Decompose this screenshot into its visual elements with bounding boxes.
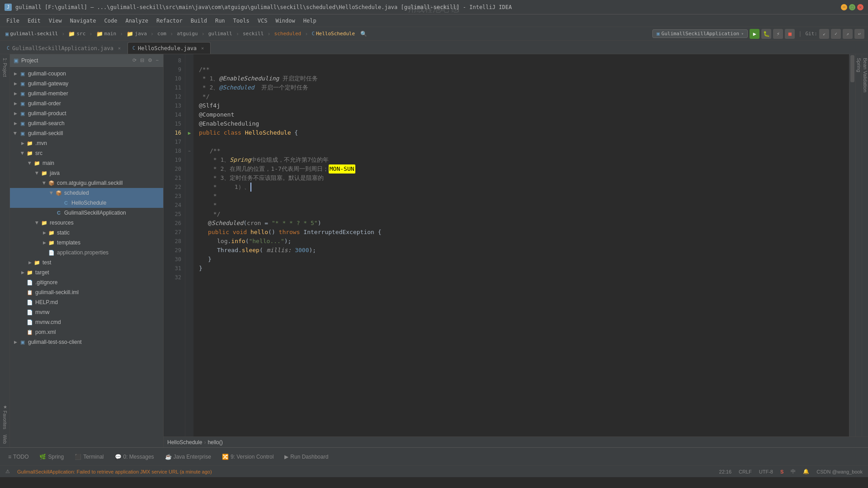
menu-vcs[interactable]: VCS (254, 16, 271, 25)
status-message[interactable]: GulimallSeckillApplication: Failed to re… (15, 468, 714, 475)
sidebar-favorites[interactable]: ★ Favorites (1, 403, 8, 431)
sidebar-web[interactable]: Web (1, 433, 8, 446)
menu-run[interactable]: Run (212, 16, 229, 25)
git-rollback-button[interactable]: ↩ (854, 29, 864, 39)
coverage-button[interactable]: ⚡ (773, 29, 783, 39)
nav-scheduled[interactable]: scheduled (273, 30, 303, 38)
debug-button[interactable]: 🐛 (761, 29, 771, 39)
tree-item-static[interactable]: ▶ 📁 static (10, 228, 163, 238)
tree-item-main[interactable]: ▶ 📁 main (10, 158, 163, 168)
bottom-tab-messages[interactable]: 💬 0: Messages (110, 452, 159, 462)
breadcrumb-method[interactable]: hello() (208, 439, 222, 446)
code-area[interactable]: /** * 1、@EnableScheduling 开启定时任务 * 2、@Sc… (193, 54, 849, 436)
status-crlf[interactable]: CRLF (737, 468, 754, 475)
menu-analyze[interactable]: Analyze (122, 16, 152, 25)
bottom-tab-run-dashboard[interactable]: ▶ Run Dashboard (280, 452, 333, 462)
menu-file[interactable]: File (3, 16, 23, 25)
settings-icon[interactable]: ⚙ (147, 56, 153, 64)
title-bar-left: J gulimall [F:\gulimall] — ...\gulimall-… (5, 4, 512, 11)
menu-build[interactable]: Build (187, 16, 211, 25)
status-error-icon[interactable]: ⚠ (4, 468, 12, 475)
tab-close-gulimallseckillapplication[interactable]: ✕ (116, 45, 123, 52)
nav-seckill[interactable]: ▣ gulimall-seckill (4, 30, 60, 38)
code-container: 8 9 10 11 12 13 14 15 16 17 18 19 20 21 … (164, 54, 868, 436)
menu-refactor[interactable]: Refactor (153, 16, 186, 25)
tree-item-mvnwcmd[interactable]: ▶ 📄 mvnw.cmd (10, 317, 163, 327)
nav-seckill-pkg[interactable]: seckill (241, 30, 265, 38)
maximize-button[interactable]: □ (849, 4, 855, 10)
tree-item-helpmd[interactable]: ▶ 📄 HELP.md (10, 297, 163, 307)
fold-icon-18[interactable]: − (188, 149, 190, 153)
sync-icon[interactable]: ⟳ (132, 56, 137, 64)
editor-scrollbar[interactable] (849, 54, 855, 436)
collapse-all-icon[interactable]: ⊟ (139, 56, 145, 64)
bean-validation-panel[interactable]: Bean Validation (862, 54, 868, 436)
tree-item-helloschedule[interactable]: ▶ C HelloSchedule (10, 198, 163, 208)
breadcrumb-class[interactable]: HelloSchedule (167, 439, 202, 446)
tree-item-java[interactable]: ▶ 📁 java (10, 168, 163, 178)
menu-edit[interactable]: Edit (24, 16, 44, 25)
git-push-button[interactable]: ↗ (843, 29, 853, 39)
tree-item-iml[interactable]: ▶ 📋 gulimall-seckill.iml (10, 287, 163, 297)
stop-button[interactable]: ■ (785, 29, 795, 39)
tree-item-seckill[interactable]: ▶ ▣ gulimall-seckill (10, 128, 163, 138)
status-encoding[interactable]: UTF-8 (757, 468, 775, 475)
tree-item-coupon[interactable]: ▶ ▣ gulimall-coupon (10, 69, 163, 79)
nav-com[interactable]: com (156, 30, 168, 38)
nav-atguigu[interactable]: atguigu (175, 30, 199, 38)
nav-bar: ▣ gulimall-seckill › 📁 src › 📁 main › 📁 … (0, 27, 868, 41)
menu-code[interactable]: Code (101, 16, 121, 25)
tree-item-product[interactable]: ▶ ▣ gulimall-product (10, 108, 163, 118)
status-ime-icon[interactable]: 中 (789, 467, 797, 476)
tree-item-package[interactable]: ▶ 📦 com.atguigu.gulimall.seckill (10, 178, 163, 188)
nav-helloschedule[interactable]: C HelloSchedule (310, 30, 357, 38)
tree-item-mvn[interactable]: ▶ 📁 .mvn (10, 138, 163, 148)
tab-gulimallseckillapplication[interactable]: C GulimallSeckillApplication.java ✕ (2, 42, 127, 54)
tree-item-templates[interactable]: ▶ 📁 templates (10, 238, 163, 248)
minimize-button[interactable]: − (841, 4, 847, 10)
nav-gulimall[interactable]: gulimall (207, 30, 234, 38)
menu-tools[interactable]: Tools (230, 16, 253, 25)
status-position[interactable]: 22:16 (717, 468, 734, 475)
run-gutter-icon[interactable]: ▶ (188, 130, 191, 136)
code-line-20: * 2、在周几的位置，1-7代表周一到周日；MON-SUN (199, 164, 849, 174)
status-csdn-icon[interactable]: S (778, 468, 785, 475)
tab-close-helloschedule[interactable]: ✕ (199, 45, 206, 52)
tree-item-sso[interactable]: ▶ ▣ gulimall-test-sso-client (10, 337, 163, 347)
hide-icon[interactable]: − (155, 56, 160, 64)
tree-item-test[interactable]: ▶ 📁 test (10, 258, 163, 267)
tree-item-search[interactable]: ▶ ▣ gulimall-search (10, 118, 163, 128)
bottom-tab-todo[interactable]: ≡ TODO (4, 452, 33, 462)
menu-navigate[interactable]: Navigate (66, 16, 100, 25)
nav-java[interactable]: 📁 java (125, 30, 149, 38)
tree-item-resources[interactable]: ▶ 📁 resources (10, 218, 163, 228)
tree-item-gateway[interactable]: ▶ ▣ gulimall-gateway (10, 79, 163, 89)
maven-panel[interactable]: Spring (855, 54, 862, 436)
tree-item-scheduled[interactable]: ▶ 📦 scheduled (10, 188, 163, 198)
bottom-tab-spring[interactable]: 🌿 Spring (35, 452, 68, 462)
tree-item-appprops[interactable]: ▶ 📄 application.properties (10, 248, 163, 258)
tree-item-order[interactable]: ▶ ▣ gulimall-order (10, 99, 163, 108)
menu-view[interactable]: View (45, 16, 66, 25)
git-update-button[interactable]: ↙ (819, 29, 829, 39)
tree-item-gitignore[interactable]: ▶ 📄 .gitignore (10, 277, 163, 287)
bottom-tab-java-enterprise[interactable]: ☕ Java Enterprise (160, 452, 216, 462)
nav-main[interactable]: 📁 main (94, 30, 118, 38)
tree-item-mvnw[interactable]: ▶ 📄 mvnw (10, 307, 163, 317)
bottom-tab-version-control[interactable]: 🔀 9: Version Control (217, 452, 278, 462)
tree-item-member[interactable]: ▶ ▣ gulimall-member (10, 89, 163, 99)
run-button[interactable]: ▶ (750, 29, 760, 39)
nav-src[interactable]: 📁 src (66, 30, 87, 38)
bottom-tab-terminal[interactable]: ⬛ Terminal (70, 452, 108, 462)
tree-item-pomxml[interactable]: ▶ 📋 pom.xml (10, 327, 163, 337)
tab-helloschedule[interactable]: C HelloSchedule.java ✕ (127, 42, 211, 54)
menu-window[interactable]: Window (272, 16, 298, 25)
git-commit-button[interactable]: ✓ (831, 29, 841, 39)
sidebar-label-1[interactable]: 1: Project (1, 56, 8, 79)
tree-item-target[interactable]: ▶ 📁 target (10, 267, 163, 277)
menu-help[interactable]: Help (300, 16, 320, 25)
tree-item-src[interactable]: ▶ 📁 src (10, 148, 163, 158)
close-button[interactable]: ✕ (857, 4, 863, 10)
status-notification-icon[interactable]: 🔔 (801, 468, 811, 475)
tree-item-app[interactable]: ▶ C GulimallSeckillApplication (10, 208, 163, 218)
